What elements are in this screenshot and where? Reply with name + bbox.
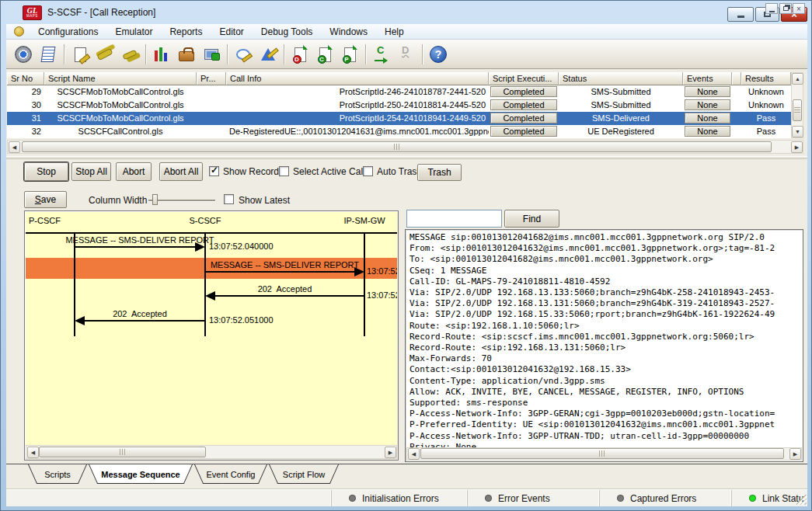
table-hscroll-thumb[interactable] xyxy=(22,141,772,152)
menu-emulator[interactable]: Emulator xyxy=(106,25,161,39)
mdi-restore-button[interactable] xyxy=(779,3,792,14)
sip-message-line: Supported: sms-response xyxy=(409,398,803,408)
show-records-checkbox[interactable] xyxy=(209,166,219,176)
help-button[interactable]: ? xyxy=(427,43,450,66)
tab-event-config[interactable]: Event Config xyxy=(194,464,267,484)
statistics-button[interactable] xyxy=(150,43,173,66)
call-reception-button[interactable] xyxy=(118,43,141,66)
title-bar[interactable]: GLMAPS S-SCSF - [Call Reception] × xyxy=(1,1,812,24)
status-panel-captured-errors[interactable]: Captured Errors xyxy=(599,490,731,506)
table-row[interactable]: 31SCSCFMobToMobCallControl.glsProtScript… xyxy=(7,112,791,125)
abort-all-button[interactable]: Abort All xyxy=(159,162,203,181)
menu-help[interactable]: Help xyxy=(376,25,413,39)
cell-events-button[interactable]: None xyxy=(685,126,730,137)
table-horizontal-scrollbar[interactable]: ◀ ▶ xyxy=(7,140,803,154)
trash-button[interactable]: Trash xyxy=(417,164,462,181)
table-row[interactable]: 32SCSCFCallControl.glsDe-RegisteredUE::,… xyxy=(7,125,791,138)
toolbar-separator xyxy=(422,44,423,64)
column-header-pr[interactable]: Pr... xyxy=(197,72,226,85)
column-width-slider-thumb[interactable] xyxy=(152,194,158,205)
menu-items: ConfigurationsEmulatorReportsEditorDebug… xyxy=(30,24,413,40)
tab-script-flow[interactable]: Script Flow xyxy=(269,464,339,484)
status-panel-initialisation-errors[interactable]: Initialisation Errors xyxy=(331,490,467,506)
column-width-slider[interactable] xyxy=(148,200,215,201)
find-input[interactable] xyxy=(406,210,502,228)
show-latest-checkbox[interactable] xyxy=(224,194,234,204)
select-active-call-checkbox[interactable] xyxy=(279,166,289,176)
status-panel-error-events[interactable]: Error Events xyxy=(467,490,599,506)
stop-all-button[interactable]: Stop All xyxy=(71,162,111,181)
message-scroll-left-icon[interactable]: ◀ xyxy=(408,448,420,460)
security-button[interactable] xyxy=(200,43,223,66)
scroll-down-arrow-icon[interactable]: ▼ xyxy=(792,126,803,137)
save-button[interactable]: Save xyxy=(24,191,67,208)
mdi-close-button[interactable]: × xyxy=(793,3,805,14)
table-row[interactable]: 29SCSCFMobToMobCallControl.glsProtScript… xyxy=(7,85,791,99)
column-header-spacer[interactable] xyxy=(732,72,741,85)
table-vscroll-thumb[interactable] xyxy=(793,99,802,121)
resize-grip[interactable] xyxy=(796,495,807,505)
menu-editor[interactable]: Editor xyxy=(211,25,252,39)
scroll-left-arrow-icon[interactable]: ◀ xyxy=(9,141,20,153)
call-generation-button[interactable] xyxy=(93,43,117,66)
column-header-script-name[interactable]: Script Name xyxy=(44,72,197,85)
cell-script_execution: Completed xyxy=(489,85,559,99)
script-editor-button[interactable] xyxy=(68,43,92,66)
cell-script_execution-button[interactable]: Completed xyxy=(490,113,557,123)
cell-script_execution-button[interactable]: Completed xyxy=(490,86,557,97)
table-vertical-scrollbar[interactable]: ▲ ▼ xyxy=(791,72,803,138)
menu-windows[interactable]: Windows xyxy=(321,25,376,39)
record-p-doc-button[interactable]: P xyxy=(338,43,361,66)
find-button[interactable]: Find xyxy=(504,210,559,228)
column-header-events[interactable]: Events xyxy=(683,72,732,85)
cell-script_execution-button[interactable]: Completed xyxy=(490,99,557,110)
message-horizontal-scrollbar[interactable]: ◀ ▶ xyxy=(406,447,802,461)
message-hscroll-thumb[interactable] xyxy=(420,448,784,459)
auto-trash-checkbox[interactable] xyxy=(363,166,373,176)
menu-debug-tools[interactable]: Debug Tools xyxy=(253,25,322,39)
diagram-horizontal-scrollbar[interactable]: ◀ ▶ xyxy=(26,445,397,459)
stop-button[interactable]: Stop xyxy=(24,162,68,181)
abort-button[interactable]: Abort xyxy=(116,162,152,181)
table-row[interactable]: 30SCSCFMobToMobCallControl.glsProtScript… xyxy=(7,99,791,112)
horizontal-splitter[interactable] xyxy=(6,156,807,159)
script-editor-icon xyxy=(75,47,86,62)
message-editor-button[interactable] xyxy=(232,43,255,66)
column-header-call-info[interactable]: Call Info xyxy=(226,72,489,85)
diagram-hscroll-thumb[interactable] xyxy=(39,447,206,457)
toolbar-separator xyxy=(64,44,64,64)
tab-scripts[interactable]: Scripts xyxy=(28,464,87,484)
tab-message-sequence[interactable]: Message Sequence xyxy=(89,464,193,484)
menu-configurations[interactable]: Configurations xyxy=(30,25,106,39)
diagram-scroll-left-icon[interactable]: ◀ xyxy=(27,447,39,458)
column-header-results[interactable]: Results xyxy=(741,72,791,85)
sip-message-line: Content-Type: application/vnd.3gpp.sms xyxy=(409,376,803,387)
system-menu-icon[interactable] xyxy=(14,26,24,36)
cell-events-button[interactable]: None xyxy=(685,99,730,110)
d-code-button[interactable]: D xyxy=(395,43,418,66)
record-d-doc-button[interactable]: D xyxy=(288,43,312,66)
minimize-button[interactable] xyxy=(727,7,754,22)
event-log-button[interactable] xyxy=(37,43,60,66)
column-header-status[interactable]: Status xyxy=(559,72,683,85)
message-scroll-right-icon[interactable]: ▶ xyxy=(789,448,801,460)
cell-events-button[interactable]: None xyxy=(685,113,730,123)
column-header-sr-no[interactable]: Sr No xyxy=(7,72,44,85)
record-c-doc-button[interactable]: C xyxy=(313,43,336,66)
cell-script_execution-button[interactable]: Completed xyxy=(490,126,557,137)
toolbar: DCPCD? xyxy=(6,40,807,69)
mdi-minimize-button[interactable] xyxy=(765,3,778,14)
sip-message-panel[interactable]: MESSAGE sip:001013012041682@ims.mnc001.m… xyxy=(405,229,803,462)
menu-reports[interactable]: Reports xyxy=(161,25,211,39)
column-header-script-executi[interactable]: Script Executi... xyxy=(489,72,559,85)
c-code-button[interactable]: C xyxy=(370,43,393,66)
cell-events-button[interactable]: None xyxy=(685,86,730,97)
status-dot-icon xyxy=(349,495,356,502)
profiles-button[interactable] xyxy=(175,43,198,66)
protocol-config-button[interactable] xyxy=(256,43,280,66)
scroll-up-arrow-icon[interactable]: ▲ xyxy=(792,73,803,85)
scroll-right-arrow-icon[interactable]: ▶ xyxy=(791,141,803,153)
settings-gear-button[interactable] xyxy=(12,43,35,66)
diagram-scroll-right-icon[interactable]: ▶ xyxy=(385,447,396,458)
sequence-diagram[interactable]: P-CSCFS-CSCFIP-SM-GWMESSAGE -- SMS-DELIV… xyxy=(26,212,397,445)
